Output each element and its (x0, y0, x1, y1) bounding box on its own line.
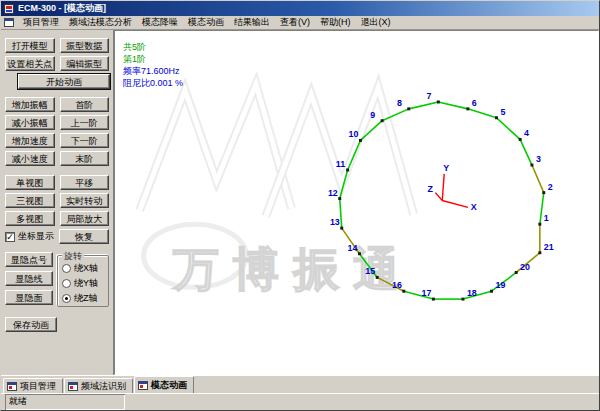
menu-bar: 项目管理 频域法模态分析 模态降噪 模态动画 结果输出 查看(V) 帮助(H) … (1, 16, 599, 30)
single-view-button[interactable]: 单视图 (5, 175, 55, 190)
tab-label: 模态动画 (151, 379, 187, 392)
rotation-group-label: 旋转 (62, 250, 84, 263)
animation-canvas[interactable]: 共5阶 第1阶 频率71.600Hz 阻尼比0.001 % 万博振通 12345… (114, 30, 599, 375)
rotate-y-label: 绕Y轴 (74, 277, 98, 290)
menu-result-output[interactable]: 结果输出 (229, 15, 275, 30)
multi-view-button[interactable]: 多视图 (5, 211, 55, 226)
mode-info: 共5阶 第1阶 频率71.600Hz 阻尼比0.001 % (123, 41, 183, 89)
radio-icon (62, 279, 71, 288)
toggle-line-button[interactable]: 显隐线 (5, 271, 53, 286)
last-order-button[interactable]: 末阶 (60, 151, 110, 166)
total-orders-text: 共5阶 (123, 41, 183, 53)
checkbox-icon: ✓ (5, 232, 15, 242)
svg-text:5: 5 (500, 107, 505, 117)
pan-button[interactable]: 平移 (60, 175, 110, 190)
toggle-point-number-button[interactable]: 显隐点号 (5, 252, 53, 267)
restore-button[interactable]: 恢复 (59, 229, 109, 244)
rotation-group: 旋转 绕X轴 绕Y轴 绕Z轴 (57, 255, 109, 307)
svg-text:11: 11 (336, 159, 345, 169)
svg-text:7: 7 (426, 91, 431, 101)
decrease-speed-button[interactable]: 减小速度 (5, 151, 55, 166)
frequency-text: 频率71.600Hz (123, 65, 183, 77)
svg-text:X: X (471, 202, 477, 212)
svg-text:Y: Y (443, 163, 449, 173)
next-order-button[interactable]: 下一阶 (60, 133, 110, 148)
svg-text:21: 21 (544, 242, 554, 252)
svg-text:6: 6 (472, 98, 477, 108)
prev-order-button[interactable]: 上一阶 (60, 115, 110, 130)
tab-freq-domain-ident[interactable]: 频域法识别 (64, 378, 133, 393)
start-animation-button[interactable]: 开始动画 (18, 74, 110, 89)
svg-text:10: 10 (349, 129, 359, 139)
svg-text:19: 19 (495, 280, 505, 290)
rotate-y-radio[interactable]: 绕Y轴 (62, 277, 106, 290)
status-bar: 就绪 (1, 393, 599, 410)
toggle-face-button[interactable]: 显隐面 (5, 290, 53, 305)
status-text: 就绪 (5, 394, 125, 410)
three-view-button[interactable]: 三视图 (5, 193, 55, 208)
rotate-z-label: 绕Z轴 (74, 292, 98, 305)
radio-icon (62, 294, 71, 303)
tab-modal-animation[interactable]: 模态动画 (134, 376, 194, 393)
increase-speed-button[interactable]: 增加速度 (5, 133, 55, 148)
control-panel: 打开模型 振型数据 设置相关点 编辑振型 开始动画 增加振幅 首阶 减小振幅 上… (1, 30, 114, 375)
svg-text:14: 14 (348, 243, 358, 253)
svg-text:16: 16 (392, 280, 402, 290)
svg-text:20: 20 (520, 262, 530, 272)
tab-label: 项目管理 (20, 380, 56, 393)
tab-label: 频域法识别 (81, 380, 126, 393)
rotate-x-radio[interactable]: 绕X轴 (62, 262, 106, 275)
tab-project-manage[interactable]: 项目管理 (3, 378, 63, 393)
save-animation-button[interactable]: 保存动画 (5, 317, 57, 332)
svg-text:1: 1 (544, 213, 549, 223)
local-zoom-button[interactable]: 局部放大 (60, 211, 110, 226)
svg-text:15: 15 (365, 266, 375, 276)
mdi-child-icon[interactable] (4, 18, 14, 27)
svg-text:18: 18 (467, 288, 477, 298)
app-icon (4, 4, 14, 14)
svg-text:4: 4 (524, 128, 529, 138)
edit-shape-button[interactable]: 编辑振型 (60, 56, 110, 71)
shape-data-button[interactable]: 振型数据 (60, 38, 110, 53)
first-order-button[interactable]: 首阶 (60, 97, 110, 112)
svg-text:12: 12 (328, 188, 338, 198)
menu-freq-domain-analysis[interactable]: 频域法模态分析 (64, 15, 137, 30)
damping-text: 阻尼比0.001 % (123, 77, 183, 89)
menu-modal-denoise[interactable]: 模态降噪 (137, 15, 183, 30)
model-svg: 123456789101112131415161718192021XYZ (115, 31, 598, 374)
title-bar: ECM-300 - [模态动画] (1, 1, 599, 16)
workspace-tabs: 项目管理 频域法识别 模态动画 (1, 375, 599, 393)
realtime-rotate-button[interactable]: 实时转动 (60, 193, 110, 208)
svg-text:3: 3 (536, 154, 541, 164)
open-model-button[interactable]: 打开模型 (5, 38, 55, 53)
tab-icon (7, 382, 17, 391)
menu-exit[interactable]: 退出(X) (356, 15, 396, 30)
svg-text:9: 9 (370, 110, 375, 120)
rotate-z-radio[interactable]: 绕Z轴 (62, 292, 106, 305)
radio-icon (62, 264, 71, 273)
rotate-x-label: 绕X轴 (74, 262, 98, 275)
decrease-amplitude-button[interactable]: 减小振幅 (5, 115, 55, 130)
svg-text:Z: Z (427, 184, 433, 194)
svg-text:17: 17 (422, 288, 432, 298)
coord-display-label: 坐标显示 (18, 230, 54, 243)
menu-help[interactable]: 帮助(H) (315, 15, 356, 30)
svg-text:2: 2 (548, 182, 553, 192)
svg-text:8: 8 (397, 98, 402, 108)
app-window: ECM-300 - [模态动画] 项目管理 频域法模态分析 模态降噪 模态动画 … (0, 0, 600, 411)
svg-text:13: 13 (330, 217, 340, 227)
coord-display-checkbox[interactable]: ✓ 坐标显示 (5, 229, 54, 244)
tab-icon (138, 381, 148, 390)
tab-icon (68, 382, 78, 391)
set-related-points-button[interactable]: 设置相关点 (5, 56, 55, 71)
menu-view[interactable]: 查看(V) (275, 15, 315, 30)
window-title: ECM-300 - [模态动画] (18, 2, 106, 15)
increase-amplitude-button[interactable]: 增加振幅 (5, 97, 55, 112)
menu-modal-animation[interactable]: 模态动画 (183, 15, 229, 30)
menu-project[interactable]: 项目管理 (18, 15, 64, 30)
current-order-text: 第1阶 (123, 53, 183, 65)
